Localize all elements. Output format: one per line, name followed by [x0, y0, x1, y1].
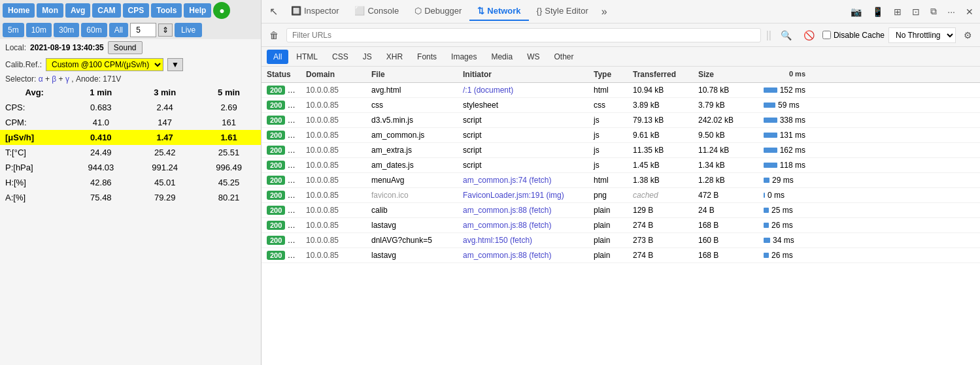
- initiator-link[interactable]: FaviconLoader.jsm:191 (img): [463, 191, 564, 200]
- filter-tab-html[interactable]: HTML: [290, 50, 324, 64]
- divider: ||: [765, 29, 773, 41]
- time-5m[interactable]: 5m: [3, 23, 24, 37]
- filter-tab-xhr[interactable]: XHR: [380, 50, 409, 64]
- initiator-text: script: [463, 161, 482, 170]
- row-v1: 24.49: [69, 145, 133, 160]
- nav-avg[interactable]: Avg: [65, 3, 90, 18]
- table-row: P:[hPa] 944.03 991.24 996.49: [0, 160, 261, 175]
- table-row: T:[°C] 24.49 25.42 25.51: [0, 145, 261, 160]
- status-badge: 200: [267, 221, 285, 230]
- close-icon[interactable]: ✕: [962, 4, 977, 20]
- col-domain: 10.0.0.85: [301, 84, 366, 96]
- time-30m[interactable]: 30m: [54, 23, 79, 37]
- nav-help[interactable]: Help: [184, 3, 211, 18]
- dock-icon[interactable]: ⊡: [908, 4, 924, 20]
- calib-arrow[interactable]: ▼: [167, 58, 183, 71]
- row-icon: ✂️: [288, 221, 297, 229]
- tab-network[interactable]: ⇅ Network: [469, 2, 528, 21]
- tab-inspector[interactable]: 🔲 Inspector: [283, 2, 346, 21]
- selector-anode: , Anode: 171V: [71, 74, 121, 84]
- col-initiator: am_common.js:88 (fetch): [458, 219, 588, 231]
- responsive-icon[interactable]: 📱: [868, 4, 887, 20]
- col-size: 11.24 kB: [693, 144, 758, 156]
- net-table-header: Status Domain File Initiator Type Transf…: [262, 67, 980, 83]
- col-size: 168 B: [693, 219, 758, 231]
- time-value: 131 ms: [780, 131, 805, 140]
- calib-select[interactable]: Custom @100 CPM/(μSv/h): [46, 58, 163, 71]
- col-type: plain: [588, 219, 628, 231]
- block-btn[interactable]: 🚫: [800, 28, 819, 42]
- col-initiator: avg.html:150 (fetch): [458, 234, 588, 246]
- time-bar: [764, 238, 770, 243]
- clear-requests-btn[interactable]: 🗑: [265, 28, 282, 42]
- filter-urls-input[interactable]: [286, 28, 761, 42]
- screenshot-icon[interactable]: 📷: [847, 4, 866, 20]
- time-bar: [764, 253, 769, 258]
- filter-tab-images[interactable]: Images: [445, 50, 483, 64]
- initiator-link[interactable]: am_common.js:88 (fetch): [463, 221, 551, 230]
- row-icon: ✂️: [288, 86, 297, 94]
- status-badge: 200: [267, 146, 285, 155]
- col-time: 131 ms: [758, 129, 811, 141]
- filter-tab-css[interactable]: CSS: [326, 50, 355, 64]
- more-tabs-btn[interactable]: »: [596, 2, 613, 22]
- settings-gear-icon[interactable]: ⚙: [960, 28, 976, 42]
- split-icon[interactable]: ⊞: [890, 4, 905, 20]
- initiator-link[interactable]: am_common.js:88 (fetch): [463, 251, 551, 260]
- initiator-link[interactable]: am_common.js:74 (fetch): [463, 176, 551, 185]
- col-initiator: am_common.js:88 (fetch): [458, 249, 588, 261]
- row-v3: 80.21: [197, 190, 261, 205]
- nav-green[interactable]: ●: [213, 2, 230, 19]
- more-options-icon[interactable]: ···: [943, 4, 959, 20]
- time-60m[interactable]: 60m: [81, 23, 107, 37]
- filter-tab-fonts[interactable]: Fonts: [411, 50, 443, 64]
- initiator-link[interactable]: /:1 (document): [463, 86, 513, 95]
- popout-icon[interactable]: ⧉: [926, 3, 941, 20]
- row-v3: 2.69: [197, 100, 261, 115]
- nav-cam[interactable]: CAM: [92, 3, 120, 18]
- inspector-cursor-icon[interactable]: ↖: [264, 3, 283, 20]
- time-value: 338 ms: [780, 116, 805, 125]
- header-status: Status: [262, 67, 301, 82]
- nav-home[interactable]: Home: [3, 3, 35, 18]
- col-transferred: 273 B: [628, 234, 693, 246]
- live-btn[interactable]: Live: [175, 23, 202, 37]
- initiator-link[interactable]: avg.html:150 (fetch): [463, 236, 532, 245]
- row-icon: ✂️: [288, 236, 297, 244]
- time-bar: [764, 178, 769, 183]
- nav-cps[interactable]: CPS: [123, 3, 150, 18]
- filter-tab-media[interactable]: Media: [484, 50, 519, 64]
- throttle-select[interactable]: No Throttling: [888, 27, 956, 43]
- tab-style-editor[interactable]: {} Style Editor: [529, 2, 596, 21]
- counter-input[interactable]: [130, 23, 156, 37]
- initiator-link[interactable]: am_common.js:88 (fetch): [463, 206, 551, 215]
- row-icon: ✂️: [288, 116, 297, 124]
- filter-tab-js[interactable]: JS: [356, 50, 379, 64]
- filter-tab-ws[interactable]: WS: [520, 50, 546, 64]
- col-initiator: script: [458, 114, 588, 126]
- time-10m[interactable]: 10m: [26, 23, 52, 37]
- selector-prefix: Selector:: [5, 74, 36, 84]
- nav-tools[interactable]: Tools: [151, 3, 182, 18]
- col-time: 59 ms: [758, 99, 811, 111]
- status-badge: 200: [267, 206, 285, 215]
- tab-console[interactable]: ⬜ Console: [346, 2, 407, 21]
- col-time: 152 ms: [758, 84, 811, 96]
- sound-button[interactable]: Sound: [108, 41, 143, 54]
- nav-mon[interactable]: Mon: [37, 3, 63, 18]
- row-v3: 25.51: [197, 145, 261, 160]
- local-value: 2021-08-19 13:40:35: [30, 43, 104, 52]
- tab-debugger[interactable]: ⬡ Debugger: [407, 2, 469, 21]
- up-down-btn[interactable]: ⇕: [158, 24, 173, 37]
- row-v2: 147: [133, 115, 197, 130]
- filter-tab-other[interactable]: Other: [547, 50, 580, 64]
- col-status: 200 ✂️: [262, 189, 301, 201]
- time-all[interactable]: All: [109, 23, 128, 37]
- filter-tab-all[interactable]: All: [267, 50, 288, 64]
- disable-cache-label[interactable]: Disable Cache: [822, 31, 885, 40]
- search-btn[interactable]: 🔍: [777, 28, 796, 42]
- disable-cache-checkbox[interactable]: [822, 31, 831, 39]
- tab-debugger-label: Debugger: [424, 6, 462, 16]
- time-bar: [764, 133, 777, 138]
- col-initiator: FaviconLoader.jsm:191 (img): [458, 189, 588, 201]
